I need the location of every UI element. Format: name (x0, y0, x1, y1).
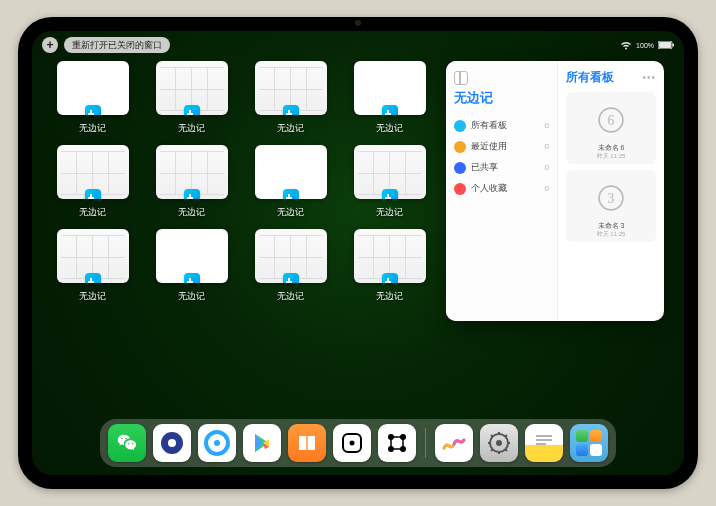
freeform-icon[interactable] (435, 424, 473, 462)
status-bar: + 重新打开已关闭的窗口 100% (32, 37, 684, 53)
window-preview (57, 229, 129, 283)
window-preview (255, 229, 327, 283)
main-title: 所有看板 (566, 69, 614, 86)
sidebar-item-icon (454, 162, 466, 174)
window-thumbnail[interactable]: 无边记 (151, 61, 232, 135)
window-thumbnail[interactable]: 无边记 (250, 61, 331, 135)
window-thumbnail[interactable]: 无边记 (52, 61, 133, 135)
open-windows-grid: 无边记 无边记 无边记 无边记 无边记 无边记 无边记 无边记 (52, 61, 430, 415)
freeform-app-badge-icon (382, 273, 398, 283)
screen: + 重新打开已关闭的窗口 100% 无边记 无边记 无边记 无边记 (32, 31, 684, 475)
freeform-app-badge-icon (184, 189, 200, 199)
board-tile[interactable]: 6 未命名 6昨天 11:25 (566, 92, 656, 164)
svg-point-10 (214, 440, 220, 446)
battery-percent: 100% (636, 42, 654, 49)
sidebar-item[interactable]: 最近使用 0 (454, 136, 549, 157)
window-thumbnail[interactable]: 无边记 (52, 145, 133, 219)
board-sketch: 3 (570, 174, 652, 222)
window-label: 无边记 (376, 206, 403, 219)
sidebar-item-count: 0 (545, 184, 549, 193)
notes-icon[interactable] (525, 424, 563, 462)
wifi-icon (620, 41, 632, 50)
sidebar-item-count: 0 (545, 142, 549, 151)
window-preview (156, 229, 228, 283)
window-label: 无边记 (277, 206, 304, 219)
sidebar-item-count: 0 (545, 163, 549, 172)
svg-point-18 (496, 440, 502, 446)
sidebar-title: 无边记 (454, 89, 549, 107)
window-preview (156, 61, 228, 115)
front-camera (355, 20, 361, 26)
play-store-icon[interactable] (243, 424, 281, 462)
svg-text:6: 6 (608, 113, 615, 128)
window-label: 无边记 (79, 206, 106, 219)
window-label: 无边记 (376, 290, 403, 303)
window-thumbnail[interactable]: 无边记 (349, 229, 430, 303)
window-preview (255, 145, 327, 199)
window-thumbnail[interactable]: 无边记 (151, 145, 232, 219)
window-thumbnail[interactable]: 无边记 (349, 145, 430, 219)
window-label: 无边记 (79, 122, 106, 135)
window-preview (255, 61, 327, 115)
sidebar-item[interactable]: 已共享 0 (454, 157, 549, 178)
window-preview (57, 145, 129, 199)
window-thumbnail[interactable]: 无边记 (52, 229, 133, 303)
battery-icon (658, 41, 674, 49)
books-icon[interactable] (288, 424, 326, 462)
status-icons: 100% (620, 41, 674, 50)
dock (100, 419, 616, 467)
svg-rect-2 (673, 44, 675, 47)
freeform-app-badge-icon (85, 105, 101, 115)
app-folder-icon[interactable] (570, 424, 608, 462)
window-label: 无边记 (79, 290, 106, 303)
sidebar-item-icon (454, 141, 466, 153)
window-thumbnail[interactable]: 无边记 (151, 229, 232, 303)
window-preview (156, 145, 228, 199)
freeform-app-badge-icon (283, 189, 299, 199)
svg-point-8 (168, 439, 176, 447)
freeform-app-badge-icon (184, 105, 200, 115)
svg-rect-1 (659, 42, 671, 48)
dice-icon[interactable] (333, 424, 371, 462)
settings-icon[interactable] (480, 424, 518, 462)
sidebar-item-icon (454, 120, 466, 132)
board-caption: 未命名 6昨天 11:25 (597, 144, 626, 160)
browser-icon-1[interactable] (153, 424, 191, 462)
window-preview (354, 145, 426, 199)
sidebar-item-count: 0 (545, 121, 549, 130)
board-tile[interactable]: 3 未命名 3昨天 11:25 (566, 170, 656, 242)
window-preview (354, 229, 426, 283)
freeform-app-badge-icon (382, 105, 398, 115)
add-window-button[interactable]: + (42, 37, 58, 53)
sidebar-item-label: 个人收藏 (471, 182, 545, 195)
sidebar-item[interactable]: 所有看板 0 (454, 115, 549, 136)
window-thumbnail[interactable]: 无边记 (250, 145, 331, 219)
sidebar-item-label: 所有看板 (471, 119, 545, 132)
window-label: 无边记 (178, 122, 205, 135)
reopen-closed-window-button[interactable]: 重新打开已关闭的窗口 (64, 37, 170, 53)
sidebar-item[interactable]: 个人收藏 0 (454, 178, 549, 199)
freeform-app-badge-icon (85, 273, 101, 283)
browser-icon-2[interactable] (198, 424, 236, 462)
svg-text:3: 3 (608, 191, 615, 206)
ipad-device-frame: + 重新打开已关闭的窗口 100% 无边记 无边记 无边记 无边记 (18, 17, 698, 489)
freeform-app-badge-icon (283, 105, 299, 115)
window-label: 无边记 (376, 122, 403, 135)
popover-sidebar: 无边记 所有看板 0 最近使用 0 已共享 0 个人收藏 0 (446, 61, 558, 321)
more-options-icon[interactable]: ••• (642, 72, 656, 83)
freeform-app-popover[interactable]: 无边记 所有看板 0 最近使用 0 已共享 0 个人收藏 0 所有看板 ••• … (446, 61, 664, 321)
connect-icon[interactable] (378, 424, 416, 462)
popover-main: 所有看板 ••• 6 未命名 6昨天 11:25 3 未命名 3昨天 11:25 (558, 61, 664, 321)
svg-point-12 (350, 441, 355, 446)
dock-separator (425, 428, 426, 458)
sidebar-toggle-icon[interactable] (454, 71, 468, 85)
wechat-icon[interactable] (108, 424, 146, 462)
freeform-app-badge-icon (184, 273, 200, 283)
sidebar-item-label: 最近使用 (471, 140, 545, 153)
window-label: 无边记 (178, 206, 205, 219)
window-thumbnail[interactable]: 无边记 (250, 229, 331, 303)
freeform-app-badge-icon (283, 273, 299, 283)
window-thumbnail[interactable]: 无边记 (349, 61, 430, 135)
window-preview (57, 61, 129, 115)
freeform-app-badge-icon (85, 189, 101, 199)
